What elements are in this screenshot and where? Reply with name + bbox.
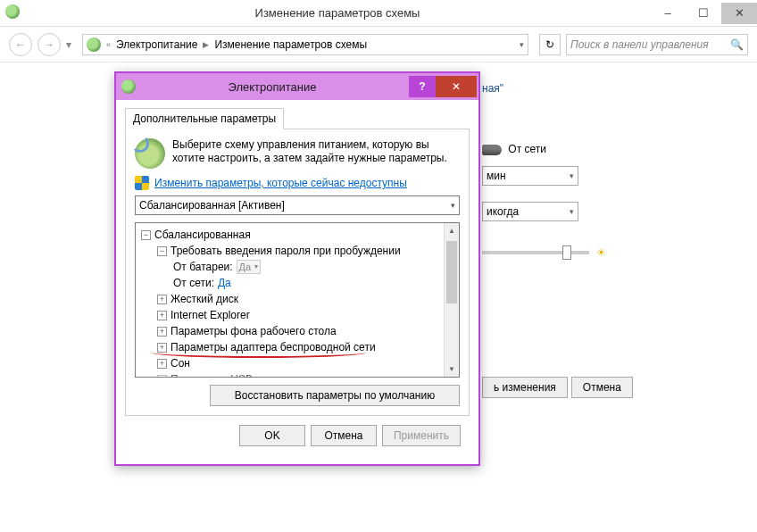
tree-node-wireless-adapter[interactable]: + Параметры адаптера беспроводной сети (137, 339, 457, 355)
dialog-titlebar: Электропитание ? ✕ (116, 73, 478, 100)
tree-node-usb[interactable]: + Параметры USB (137, 371, 457, 378)
sleep-select[interactable]: икогда ▾ (482, 202, 578, 221)
expand-icon[interactable]: + (157, 359, 167, 369)
background-content: ная" От сети мин ▾ икогда ▾ ☀ (482, 82, 606, 259)
cancel-button[interactable]: Отмена (571, 377, 633, 398)
scheme-name-fragment: ная" (482, 82, 606, 95)
plugged-in-column: От сети (482, 143, 606, 155)
maximize-button[interactable]: ☐ (686, 3, 721, 24)
power-icon (121, 79, 136, 94)
toolbar: ← → ▾ « Электропитание ▶ Изменение парам… (0, 27, 757, 62)
window-titlebar: Изменение параметров схемы – ☐ ✕ (0, 0, 757, 27)
expand-icon[interactable]: + (157, 311, 167, 320)
select-value: мин (487, 170, 506, 182)
change-unavailable-link[interactable]: Изменить параметры, которые сейчас недос… (154, 177, 407, 189)
display-off-select[interactable]: мин ▾ (482, 166, 578, 186)
scroll-thumb[interactable] (446, 241, 457, 303)
settings-tree[interactable]: − Сбалансированная − Требовать введения … (135, 222, 460, 378)
chevron-down-icon: ▾ (570, 171, 574, 180)
chevron-down-icon[interactable]: ▾ (520, 40, 524, 49)
close-button[interactable]: ✕ (721, 3, 757, 24)
power-icon (87, 37, 101, 52)
shield-icon (135, 176, 149, 190)
search-icon: 🔍 (730, 38, 744, 51)
tree-node-password-on-wake[interactable]: − Требовать введения пароля при пробужде… (137, 243, 457, 259)
background-buttons: ь изменения Отмена (482, 377, 633, 398)
dialog-close-button[interactable]: ✕ (436, 76, 477, 97)
tab-advanced[interactable]: Дополнительные параметры (125, 108, 284, 129)
tree-leaf-plugged-in[interactable]: От сети: Да (137, 275, 457, 291)
tree-scrollbar[interactable]: ▲ ▼ (444, 223, 459, 377)
save-changes-button[interactable]: ь изменения (482, 377, 568, 398)
power-options-dialog: Электропитание ? ✕ Дополнительные параме… (114, 71, 480, 466)
restore-defaults-button[interactable]: Восстановить параметры по умолчанию (210, 385, 460, 406)
tree-node-ie[interactable]: + Internet Explorer (137, 307, 457, 323)
chevron-down-icon: ▾ (570, 207, 574, 216)
apply-button[interactable]: Применить (382, 425, 461, 446)
refresh-button[interactable]: ↻ (539, 34, 561, 55)
breadcrumb-item[interactable]: Изменение параметров схемы (214, 38, 367, 51)
brightness-slider[interactable]: ☀ (482, 246, 606, 259)
cancel-button[interactable]: Отмена (311, 425, 377, 446)
scroll-down-icon[interactable]: ▼ (445, 362, 459, 377)
window-title: Изменение параметров схемы (25, 6, 650, 20)
scroll-up-icon[interactable]: ▲ (445, 223, 459, 238)
brightness-icon: ☀ (596, 246, 606, 259)
tab-panel: Выберите схему управления питанием, кото… (125, 129, 470, 416)
breadcrumb-item[interactable]: Электропитание (116, 38, 197, 51)
search-input[interactable]: Поиск в панели управления 🔍 (566, 34, 748, 55)
forward-button[interactable]: → (37, 33, 61, 56)
minimize-button[interactable]: – (650, 3, 686, 24)
dialog-title: Электропитание (136, 80, 409, 94)
search-placeholder: Поиск в панели управления (570, 38, 709, 51)
tree-leaf-on-battery[interactable]: От батареи: Да ▾ (137, 259, 457, 275)
dropdown-history-icon[interactable]: ▾ (66, 38, 71, 51)
plug-icon (482, 145, 502, 155)
expand-icon[interactable]: + (157, 343, 167, 353)
collapse-icon[interactable]: − (141, 230, 151, 240)
collapse-icon[interactable]: − (157, 246, 167, 256)
chevron-down-icon: ▾ (254, 259, 258, 275)
ok-button[interactable]: OK (239, 425, 305, 446)
breadcrumb-sep: « (106, 40, 111, 49)
tree-node-hard-disk[interactable]: + Жесткий диск (137, 291, 457, 307)
help-button[interactable]: ? (409, 76, 436, 97)
tree-node-desktop-bg[interactable]: + Параметры фона рабочего стола (137, 323, 457, 339)
tree-node-balanced[interactable]: − Сбалансированная (137, 227, 457, 243)
power-plan-icon (135, 138, 165, 169)
plan-select[interactable]: Сбалансированная [Активен] ▾ (135, 195, 460, 215)
breadcrumb-sep: ▶ (203, 40, 209, 49)
instruction-text: Выберите схему управления питанием, кото… (172, 138, 460, 165)
expand-icon[interactable]: + (157, 375, 167, 378)
expand-icon[interactable]: + (157, 295, 167, 304)
value-link[interactable]: Да (218, 275, 231, 291)
expand-icon[interactable]: + (157, 327, 167, 337)
app-icon (0, 4, 25, 21)
back-button[interactable]: ← (9, 33, 32, 56)
chevron-down-icon: ▾ (451, 201, 455, 210)
breadcrumb[interactable]: « Электропитание ▶ Изменение параметров … (82, 34, 528, 55)
select-value: икогда (487, 205, 519, 218)
value-combo[interactable]: Да ▾ (237, 260, 262, 274)
tree-node-sleep[interactable]: + Сон (137, 355, 457, 371)
plug-label: От сети (508, 143, 546, 155)
dialog-footer: OK Отмена Применить (125, 416, 470, 455)
plan-select-value: Сбалансированная [Активен] (139, 199, 285, 212)
